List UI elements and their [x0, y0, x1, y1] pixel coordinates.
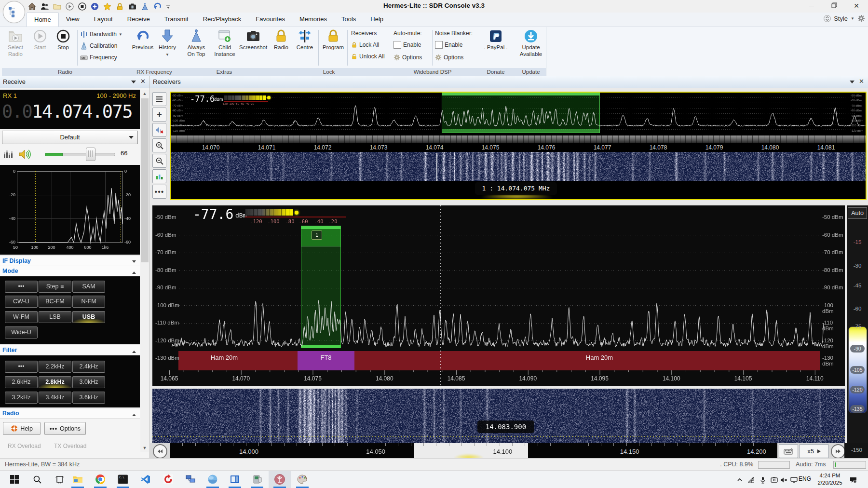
speaker-icon[interactable] — [18, 149, 32, 160]
taskbar-search-icon[interactable] — [31, 473, 43, 486]
volume-slider-handle[interactable] — [86, 148, 95, 161]
filter-3.2khz[interactable]: 3.2kHz — [5, 392, 38, 404]
taskbar-chrome-icon[interactable] — [94, 473, 107, 486]
mode-nfm[interactable]: N-FM — [72, 296, 105, 308]
taskbar-terminal-icon[interactable]: C:\ — [117, 473, 129, 486]
scroll-right-button[interactable] — [831, 444, 845, 459]
noise-blanker-options-button[interactable]: Options — [435, 53, 463, 62]
taskbar-netapp-icon[interactable] — [184, 473, 197, 486]
profile-select[interactable]: Default — [2, 131, 138, 144]
taskbar-bluewin-icon[interactable] — [229, 473, 241, 486]
tab-favourites[interactable]: Favourites — [248, 13, 292, 27]
zoom-in-button[interactable] — [152, 138, 166, 152]
filter-3.6khz[interactable]: 3.6kHz — [72, 392, 105, 404]
section-if-display[interactable]: IF Display — [0, 256, 140, 266]
section-filter[interactable]: Filter — [0, 345, 140, 355]
filter-[interactable]: ••• — [5, 361, 38, 373]
section-radio[interactable]: Radio — [0, 408, 140, 419]
mute-button[interactable] — [152, 123, 166, 137]
style-dropdown-icon[interactable]: ▼ — [851, 16, 854, 21]
taskbar-card-icon[interactable] — [251, 473, 263, 486]
lock-program-button[interactable]: Program — [320, 28, 346, 51]
auto-gain-button[interactable]: Auto — [848, 207, 867, 219]
gain-scale-chip[interactable]: -135 — [850, 405, 865, 413]
tray-language[interactable]: ENG — [799, 475, 811, 482]
tab-transmit[interactable]: Transmit — [157, 13, 196, 27]
tab-tools[interactable]: Tools — [334, 13, 363, 27]
taskbar-redapp-icon[interactable] — [162, 473, 175, 486]
frequency-display[interactable]: 0.014.074.075 — [2, 101, 139, 122]
mode-cwu[interactable]: CW-U — [5, 296, 38, 308]
scrollbar-thumb[interactable] — [141, 98, 149, 262]
paypal-button[interactable]: . PayPal . — [479, 28, 512, 51]
select-radio-button[interactable]: SelectRadio — [3, 28, 28, 57]
tray-screen-icon[interactable] — [770, 475, 778, 484]
settings-gear-icon[interactable] — [857, 14, 865, 22]
more-options-button[interactable]: ••• — [152, 185, 166, 199]
checkbox-icon[interactable] — [435, 41, 443, 49]
wideband-waterfall-canvas[interactable] — [152, 389, 845, 443]
tab-view[interactable]: View — [59, 13, 87, 27]
tray-network-icon[interactable] — [789, 475, 798, 484]
always-on-top-button[interactable]: AlwaysOn Top — [182, 28, 210, 57]
frequency-button[interactable]: Frequency — [80, 53, 117, 62]
mode-wfm[interactable]: W-FM — [5, 311, 38, 323]
child-instance-button[interactable]: ChildInstance — [211, 28, 238, 57]
style-switch-icon[interactable] — [824, 15, 831, 22]
wideband-spectrum-canvas[interactable] — [152, 205, 845, 386]
start-button[interactable]: Start — [29, 28, 51, 51]
taskbar-palette-icon[interactable] — [296, 473, 309, 486]
tab-help[interactable]: Help — [363, 13, 391, 27]
minimize-button[interactable] — [800, 0, 822, 12]
screenshot-button[interactable]: Screenshot — [239, 28, 267, 51]
tray-notif-icon[interactable] — [849, 475, 857, 484]
history-button[interactable]: History▼ — [156, 28, 178, 58]
filter-2.8khz[interactable]: 2.8kHz — [39, 376, 71, 388]
bandwidth-button[interactable]: Bandwidth▼ — [80, 29, 122, 39]
noise-blanker-enable-checkbox[interactable]: Enable — [435, 40, 462, 50]
unlock-all-button[interactable]: Unlock All — [351, 52, 385, 61]
mode-lsb[interactable]: LSB — [39, 311, 71, 323]
taskbar-sphere-icon[interactable] — [206, 473, 219, 486]
taskbar-explorer-icon[interactable] — [71, 473, 84, 486]
options-button[interactable]: ••• Options — [44, 422, 86, 435]
lock-centre-button[interactable]: Centre — [293, 28, 316, 51]
tab-receive[interactable]: Receive — [120, 13, 157, 27]
frequency-scale-strip[interactable] — [171, 136, 866, 143]
filter-2.2khz[interactable]: 2.2kHz — [39, 361, 71, 373]
mode-[interactable]: ••• — [5, 281, 38, 293]
style-label[interactable]: Style — [834, 15, 848, 22]
tray-mic-icon[interactable] — [759, 475, 767, 484]
mode-usb[interactable]: USB — [72, 311, 105, 323]
gain-scale-chip[interactable]: -90 — [850, 345, 865, 352]
mode-sam[interactable]: SAM — [72, 281, 105, 293]
pane-collapse-icon[interactable] — [850, 81, 854, 86]
update-available-button[interactable]: UpdateAvailable — [518, 28, 544, 57]
rx-spectrum-panel[interactable]: -50 dBm-60 dBm-70 dBm-80 dBm-90 dBm-100 … — [170, 92, 867, 200]
pane-close-icon[interactable]: ✕ — [140, 78, 146, 85]
automute-options-button[interactable]: Options — [393, 53, 422, 62]
automute-enable-checkbox[interactable]: Enable — [393, 40, 421, 50]
zoom-out-button[interactable] — [152, 154, 166, 168]
rx1-badge[interactable]: 1 — [312, 230, 322, 240]
taskbar-sdr-icon[interactable] — [273, 473, 286, 486]
stop-button[interactable]: Stop — [52, 28, 74, 51]
if-display-button[interactable] — [152, 169, 166, 183]
tray-speaker-muted-icon[interactable] — [779, 475, 788, 484]
maximize-button[interactable] — [824, 0, 845, 12]
zoom-x5-button[interactable]: x5 — [799, 444, 829, 458]
help-button[interactable]: Help — [3, 422, 41, 435]
scroll-up-icon[interactable]: ▲ — [140, 90, 149, 98]
taskbar-start-icon[interactable] — [8, 473, 21, 486]
filter-3.4khz[interactable]: 3.4kHz — [39, 392, 71, 404]
tray-clock[interactable]: 4:24 PM2/20/2025 — [816, 472, 844, 487]
receiver-menu-button[interactable] — [152, 92, 166, 106]
tray-chevron-up-icon[interactable] — [735, 475, 744, 484]
add-receiver-button[interactable]: + — [152, 108, 166, 122]
lock-radio-button[interactable]: Radio — [270, 28, 292, 51]
tab-rec-playback[interactable]: Rec/Playback — [196, 13, 248, 27]
filter-3.0khz[interactable]: 3.0kHz — [72, 376, 105, 388]
close-button[interactable]: ✕ — [846, 0, 867, 12]
pane-collapse-icon[interactable] — [131, 81, 136, 86]
rx-frequency-marker[interactable]: 1 : 14.074.075 MHz — [475, 182, 557, 195]
